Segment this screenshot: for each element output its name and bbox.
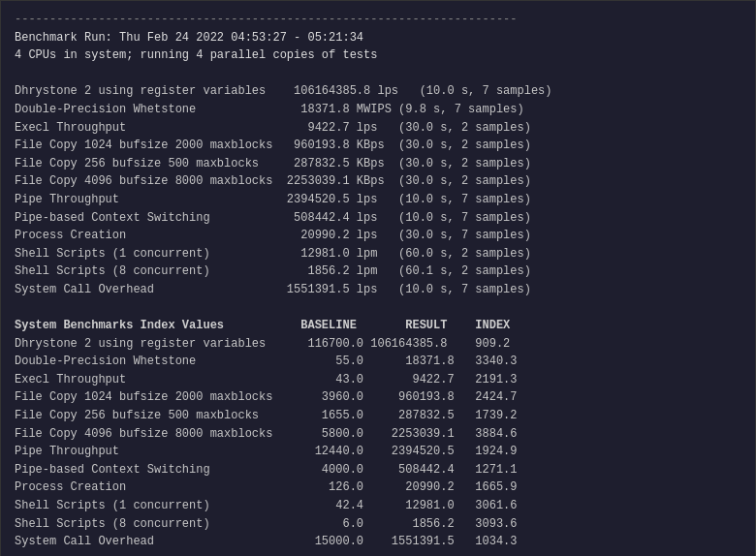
terminal-line-blank1: [15, 65, 741, 83]
terminal-line-pipe_ctx: Pipe-based Context Switching 508442.4 lp…: [15, 209, 741, 228]
terminal-line-idx_proc: Process Creation 126.0 20990.2 1665.9: [15, 479, 741, 497]
terminal-line-syscall: System Call Overhead 1551391.5 lps (10.0…: [15, 281, 741, 299]
terminal-line-idx_dbl: Double-Precision Whetstone 55.0 18371.8 …: [15, 353, 741, 371]
terminal-line-fcopy256: File Copy 256 bufsize 500 maxblocks 2878…: [15, 155, 741, 173]
terminal-line-pipe: Pipe Throughput 2394520.5 lps (10.0 s, 7…: [15, 191, 741, 209]
terminal-window: ----------------------------------------…: [0, 0, 756, 556]
terminal-line-idx_syscall: System Call Overhead 15000.0 1551391.5 1…: [15, 533, 741, 551]
terminal-line-blank2: [15, 299, 741, 318]
terminal-line-run_info: Benchmark Run: Thu Feb 24 2022 04:53:27 …: [15, 29, 741, 47]
terminal-line-fcopy4096: File Copy 4096 bufsize 8000 maxblocks 22…: [15, 172, 741, 191]
terminal-line-divider1: ----------------------------------------…: [15, 11, 741, 29]
terminal-line-idx_header: System Benchmarks Index Values BASELINE …: [15, 317, 741, 335]
terminal-line-fcopy1024: File Copy 1024 bufsize 2000 maxblocks 96…: [15, 137, 741, 155]
terminal-line-proc_create: Process Creation 20990.2 lps (30.0 s, 7 …: [15, 227, 741, 245]
terminal-line-dbl_prec: Double-Precision Whetstone 18371.8 MWIPS…: [15, 101, 741, 119]
terminal-line-idx_fcopy256: File Copy 256 bufsize 500 maxblocks 1655…: [15, 407, 741, 425]
terminal-line-idx_pipe: Pipe Throughput 12440.0 2394520.5 1924.9: [15, 443, 741, 461]
terminal-line-equals_line: ========: [15, 551, 741, 556]
terminal-line-shell8: Shell Scripts (8 concurrent) 1856.2 lpm …: [15, 263, 741, 281]
terminal-line-idx_fcopy4096: File Copy 4096 bufsize 8000 maxblocks 58…: [15, 425, 741, 444]
terminal-line-dhry2: Dhrystone 2 using register variables 106…: [15, 82, 741, 101]
terminal-line-idx_fcopy1024: File Copy 1024 bufsize 2000 maxblocks 39…: [15, 388, 741, 407]
terminal-line-cpu_info: 4 CPUs in system; running 4 parallel cop…: [15, 46, 741, 65]
terminal-line-idx_pipe_ctx: Pipe-based Context Switching 4000.0 5084…: [15, 461, 741, 479]
terminal-line-execl: Execl Throughput 9422.7 lps (30.0 s, 2 s…: [15, 119, 741, 138]
terminal-line-idx_shell1: Shell Scripts (1 concurrent) 42.4 12981.…: [15, 497, 741, 515]
terminal-line-idx_execl: Execl Throughput 43.0 9422.7 2191.3: [15, 371, 741, 389]
terminal-line-idx_dhry2: Dhrystone 2 using register variables 116…: [15, 335, 741, 354]
terminal-line-shell1: Shell Scripts (1 concurrent) 12981.0 lpm…: [15, 245, 741, 263]
terminal-line-idx_shell8: Shell Scripts (8 concurrent) 6.0 1856.2 …: [15, 515, 741, 534]
